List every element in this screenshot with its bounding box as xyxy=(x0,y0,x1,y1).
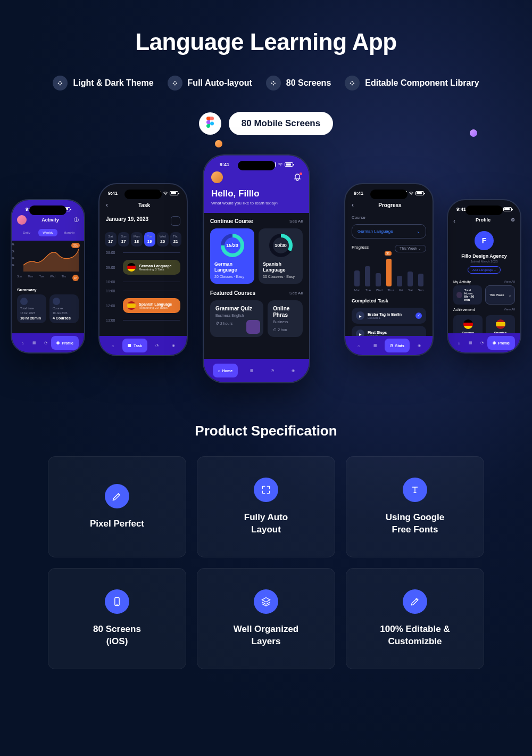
gear-icon[interactable]: ⚙ xyxy=(511,217,515,225)
illustration-icon xyxy=(246,320,260,334)
diamond-icon xyxy=(168,76,182,91)
section-title: Achievement xyxy=(453,308,475,311)
diamond-icon xyxy=(266,76,281,91)
nav-task-icon[interactable]: ▦ xyxy=(368,339,382,352)
task-item-german[interactable]: German LanguageRemaining 5 Task xyxy=(123,260,180,275)
view-all-link[interactable]: View All xyxy=(504,280,515,284)
nav-stats[interactable]: ◔Stats xyxy=(385,339,410,352)
add-language-button[interactable]: Add Language + xyxy=(468,266,501,274)
flag-es-icon xyxy=(496,319,505,329)
segment-monthly[interactable]: Monthly xyxy=(60,229,79,236)
activity-card-week[interactable]: This Week⌄ xyxy=(485,285,515,305)
day-chip[interactable]: Wed20 xyxy=(157,232,169,246)
nav-home-icon[interactable]: ⌂ xyxy=(352,339,365,352)
spec-label: Using GoogleFree Fonts xyxy=(386,512,445,536)
phone-showcase: 9:41 Activityⓘ Daily Weekly Monthly 4k3k… xyxy=(0,151,532,407)
featured-card[interactable]: Grammar Quiz Business English ⏱ 2 hours xyxy=(210,300,263,337)
phone-progress: 9:41 ‹Progress Course German Language⌄ P… xyxy=(344,183,434,356)
task-date: January 19, 2023 xyxy=(106,216,148,226)
nav-stats-icon[interactable]: ◔ xyxy=(265,364,279,377)
nav-task-icon[interactable]: ▦ xyxy=(245,364,259,377)
check-icon: ✓ xyxy=(415,313,422,319)
status-time: 9:41 xyxy=(456,207,466,212)
day-chip[interactable]: Sat17 xyxy=(105,232,117,246)
play-icon: ▶ xyxy=(356,311,364,320)
spec-card-screens: 80 Screens(iOS) xyxy=(48,568,186,669)
nav-stats-icon[interactable]: ◔ xyxy=(150,339,164,352)
nav-profile[interactable]: ◉Profile xyxy=(51,336,79,350)
calendar-icon[interactable] xyxy=(171,216,180,226)
greeting-sub: What would you like to learn today? xyxy=(211,201,302,206)
see-all-link[interactable]: See All xyxy=(289,219,303,224)
spec-card-fonts: Using GoogleFree Fonts xyxy=(346,456,484,557)
nav-task-icon[interactable]: ▦ xyxy=(464,336,476,350)
feature-pill: Editable Component Library xyxy=(345,76,479,91)
profile-name: Fillo Design Agency xyxy=(448,253,520,259)
activity-chart: 4k3k2k1k 21k SunMonTueWedThuFri xyxy=(12,241,84,285)
info-icon[interactable]: ⓘ xyxy=(74,217,79,224)
cta-button[interactable]: 80 Mobile Screens xyxy=(229,112,333,135)
day-chip[interactable]: Mon18 xyxy=(131,232,143,246)
completed-item[interactable]: ▶Erster Tag in BerlinLesson 1✓ xyxy=(352,308,426,324)
bottom-nav: ⌂ ▦Task ◔ ◉ xyxy=(99,336,187,355)
status-time: 9:41 xyxy=(354,191,363,196)
course-card-spanish[interactable]: 10/30 Spanish Language 30 Classees · Eas… xyxy=(259,228,303,284)
nav-profile[interactable]: ◉Profile xyxy=(487,336,515,350)
feature-pill: 80 Screens xyxy=(266,76,331,91)
segment-weekly[interactable]: Weekly xyxy=(38,229,57,236)
nav-profile-icon[interactable]: ◉ xyxy=(412,339,426,352)
week-select[interactable]: This Week ⌄ xyxy=(395,245,426,252)
screen-title: Activity xyxy=(41,217,59,223)
bell-icon[interactable] xyxy=(293,173,302,182)
day-chip-active[interactable]: Tue19 xyxy=(144,232,156,246)
nav-stats-icon[interactable]: ◔ xyxy=(476,336,487,350)
nav-home[interactable]: ⌂Home xyxy=(213,364,238,377)
summary-title: Summary xyxy=(12,285,84,294)
section-title: Continue Course xyxy=(210,218,253,224)
progress-bars: 31 xyxy=(345,254,433,286)
view-all-link[interactable]: View All xyxy=(504,308,515,311)
feature-label: 80 Screens xyxy=(286,78,331,88)
section-title: Featured Courses xyxy=(210,290,255,296)
avatar[interactable] xyxy=(211,171,223,183)
joined-date: Joined March 2023 xyxy=(448,260,520,263)
flag-de-icon xyxy=(127,263,136,272)
bottom-nav: ⌂ ▦ ◔ ◉Profile xyxy=(448,333,520,352)
phone-home: 9:41 Hello, Filllo What would you like t… xyxy=(203,154,310,383)
nav-profile-icon[interactable]: ◉ xyxy=(286,364,300,377)
screen-title: Task xyxy=(138,202,150,208)
day-chip[interactable]: Thu21 xyxy=(170,232,182,246)
featured-card[interactable]: Online Phras Business ⏱ 2 hou xyxy=(268,300,303,337)
phone-profile: 9:41 ‹Profile⚙ F Fillo Design Agency Joi… xyxy=(447,199,521,354)
back-icon[interactable]: ‹ xyxy=(352,201,354,209)
figma-icon xyxy=(199,112,221,135)
course-select[interactable]: German Language⌄ xyxy=(352,224,426,239)
bottom-nav: ⌂Home ▦ ◔ ◉ xyxy=(204,359,309,382)
nav-home-icon[interactable]: ⌂ xyxy=(17,336,28,350)
nav-task-icon[interactable]: ▦ xyxy=(28,336,39,350)
mobile-icon xyxy=(105,589,129,614)
section-title: My Activity xyxy=(453,280,471,284)
nav-home-icon[interactable]: ⌂ xyxy=(453,336,464,350)
nav-task[interactable]: ▦Task xyxy=(122,339,147,352)
course-card-german[interactable]: 15/20 German Language 20 Classes · Easy xyxy=(210,228,254,284)
spec-card-layers: Well OrganizedLayers xyxy=(197,568,335,669)
nav-stats-icon[interactable]: ◔ xyxy=(40,336,51,350)
task-item-spanish[interactable]: Spanish LanguageRemaining 20 Tasks xyxy=(123,298,180,313)
nav-home-icon[interactable]: ⌂ xyxy=(106,339,120,352)
status-time: 9:41 xyxy=(108,191,118,196)
cta-row: 80 Mobile Screens xyxy=(0,112,532,135)
day-chip[interactable]: Sun17 xyxy=(118,232,130,246)
profile-avatar[interactable]: F xyxy=(475,231,494,250)
spec-card-editable: 100% Editable &Customizble xyxy=(346,568,484,669)
avatar[interactable] xyxy=(17,215,27,225)
chevron-down-icon: ⌄ xyxy=(417,229,420,234)
back-icon[interactable]: ‹ xyxy=(106,201,108,209)
summary-card-time: Total time10 Jan 202310 hr 20min xyxy=(17,294,46,323)
progress-label: Progress xyxy=(352,245,369,252)
nav-profile-icon[interactable]: ◉ xyxy=(167,339,180,352)
see-all-link[interactable]: See All xyxy=(289,291,303,295)
segment-daily[interactable]: Daily xyxy=(17,229,36,236)
back-icon[interactable]: ‹ xyxy=(453,217,455,225)
layers-icon xyxy=(254,589,278,614)
